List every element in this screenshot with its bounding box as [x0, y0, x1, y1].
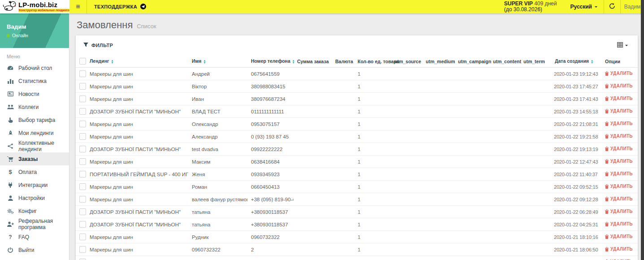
delete-button[interactable]: УДАЛИТЬ — [605, 247, 633, 251]
sidebar-item-orders[interactable]: Заказы — [0, 152, 69, 165]
delete-button[interactable]: УДАЛИТЬ — [605, 134, 633, 139]
cell-utm-source — [391, 80, 422, 93]
cell-utm-term — [520, 193, 551, 206]
column-header[interactable]: Лендинг▲▼ — [86, 55, 188, 68]
sort-icon[interactable]: ▲▼ — [203, 60, 206, 64]
sidebar-item-faq[interactable]: ?FAQ — [0, 230, 69, 243]
delete-button[interactable]: УДАЛИТЬ — [605, 171, 633, 176]
cell-phone: +38 (095) 819-90-49 — [247, 193, 294, 206]
delete-button[interactable]: УДАЛИТЬ — [605, 108, 633, 113]
faq-icon: ? — [7, 234, 14, 240]
cell-landing: ДОЗАТОР ЗУБНОЇ ПАСТИ "МИНЬОН" — [86, 218, 188, 231]
column-header-label: utm_medium — [426, 59, 455, 64]
row-checkbox[interactable] — [79, 121, 86, 127]
sidebar-item-label: Новости — [18, 91, 39, 97]
cell-currency — [332, 143, 354, 156]
row-checkbox[interactable] — [79, 108, 86, 115]
cell-utm-content — [489, 130, 520, 143]
delete-button[interactable]: УДАЛИТЬ — [605, 221, 633, 226]
cell-utm-content — [489, 206, 520, 218]
delete-label: УДАЛИТЬ — [610, 184, 633, 189]
cell-utm-campaign — [454, 80, 489, 93]
sidebar-item-settings[interactable]: Настройки — [0, 191, 69, 204]
sort-icon[interactable]: ▲▼ — [292, 60, 295, 64]
sidebar-item-config[interactable]: Конфиг — [0, 204, 69, 217]
profile-status: Онлайн — [12, 33, 28, 38]
sidebar-item-colleagues[interactable]: Коллеги — [0, 100, 69, 113]
delete-button[interactable]: УДАЛИТЬ — [605, 196, 633, 201]
cell-options: УДАЛИТЬ — [601, 168, 638, 181]
delete-button[interactable]: УДАЛИТЬ — [605, 83, 633, 88]
table-row: Маркеры для шин0960732322212020-01-21 18… — [76, 243, 638, 256]
sidebar-item-statistics[interactable]: Статистика — [0, 74, 69, 87]
delete-button[interactable]: УДАЛИТЬ — [605, 184, 633, 189]
cell-created: 2020-01-23 19:12:43 — [551, 68, 601, 80]
chevron-down-icon — [595, 6, 597, 8]
payment-icon: $ — [7, 169, 14, 175]
cell-utm-source — [391, 156, 422, 168]
row-checkbox[interactable] — [79, 83, 86, 90]
row-checkbox[interactable] — [79, 234, 86, 240]
cell-options: УДАЛИТЬ — [601, 156, 638, 168]
sidebar-item-dashboard[interactable]: Рабочий стол — [0, 61, 69, 74]
row-checkbox[interactable] — [79, 70, 86, 77]
sort-icon[interactable]: ▲▼ — [591, 60, 593, 64]
row-checkbox[interactable] — [79, 146, 86, 152]
cell-utm-source — [391, 231, 422, 243]
sidebar-item-label: Мои лендинги — [18, 130, 54, 136]
sidebar-item-label: Реферальная программа — [18, 218, 62, 230]
row-checkbox[interactable] — [79, 95, 86, 102]
delete-button[interactable]: УДАЛИТЬ — [605, 96, 633, 101]
row-checkbox[interactable] — [79, 158, 86, 165]
delete-button[interactable]: УДАЛИТЬ — [605, 146, 633, 151]
columns-button[interactable] — [617, 41, 628, 49]
row-checkbox[interactable] — [79, 221, 86, 228]
sidebar-item-tariff[interactable]: Выбор тарифа — [0, 113, 69, 126]
online-status-icon — [7, 34, 10, 37]
column-header-label: Опции — [605, 59, 620, 64]
sidebar-item-logout[interactable]: Выйти — [0, 243, 69, 256]
delete-button[interactable]: УДАЛИТЬ — [605, 159, 633, 164]
cell-options: УДАЛИТЬ — [601, 118, 638, 130]
row-checkbox[interactable] — [79, 171, 86, 178]
column-header[interactable]: Имя▲▼ — [188, 55, 247, 68]
row-checkbox[interactable] — [79, 196, 86, 203]
filter-button[interactable]: ФИЛЬТР — [83, 43, 113, 48]
column-header[interactable]: Номер телефона▲▼ — [247, 55, 294, 68]
row-checkbox[interactable] — [79, 133, 86, 140]
cell-qty: 1 — [354, 68, 391, 80]
filter-label: ФИЛЬТР — [91, 43, 113, 48]
sidebar-item-label: Статистика — [18, 78, 47, 84]
page-header: Замовлення Список — [69, 13, 644, 35]
sidebar-item-referral[interactable]: Реферальная программа — [0, 217, 69, 230]
row-checkbox[interactable] — [79, 246, 86, 253]
orders-tbody: Маркеры для шинАндрей067564155912020-01-… — [76, 68, 638, 260]
row-checkbox[interactable] — [79, 208, 86, 215]
table-row: Маркеры для шинРоман066045041312020-01-2… — [76, 181, 638, 193]
delete-button[interactable]: УДАЛИТЬ — [605, 121, 633, 126]
language-select[interactable]: Русский — [564, 0, 604, 13]
sort-icon[interactable]: ▲▼ — [111, 60, 113, 64]
select-all-checkbox[interactable] — [79, 58, 86, 65]
refresh-button[interactable] — [604, 0, 620, 13]
cell-name: Максим — [188, 156, 247, 168]
scrollbar[interactable] — [641, 0, 644, 260]
delete-button[interactable]: УДАЛИТЬ — [605, 234, 633, 239]
logo[interactable]: LP-mobi.biz Конструктор мобильных лендин… — [0, 0, 69, 13]
delete-button[interactable]: УДАЛИТЬ — [605, 71, 633, 76]
row-checkbox[interactable] — [79, 183, 86, 190]
sidebar-item-collective-landings[interactable]: Коллективные лендинги — [0, 139, 69, 152]
sidebar-item-integrations[interactable]: Интеграции — [0, 178, 69, 191]
menu-toggle-button[interactable]: ≡ — [69, 0, 86, 13]
cell-sum — [294, 130, 332, 143]
sidebar-item-payment[interactable]: $Оплата — [0, 165, 69, 178]
column-header[interactable]: Дата создания▲▼ — [551, 55, 601, 68]
sidebar-item-my-landings[interactable]: Мои лендинги — [0, 126, 69, 139]
delete-button[interactable]: УДАЛИТЬ — [605, 209, 633, 214]
sidebar-item-news[interactable]: Новости — [0, 87, 69, 100]
landing-icon — [7, 130, 14, 136]
cell-phone: 380988083415 — [247, 80, 294, 93]
cell-qty: 1 — [354, 231, 391, 243]
support-button[interactable]: ТЕХПОДДЕРЖКА — [86, 0, 153, 13]
table-row: Маркеры для шинВіктор38098808341512020-0… — [76, 80, 638, 93]
